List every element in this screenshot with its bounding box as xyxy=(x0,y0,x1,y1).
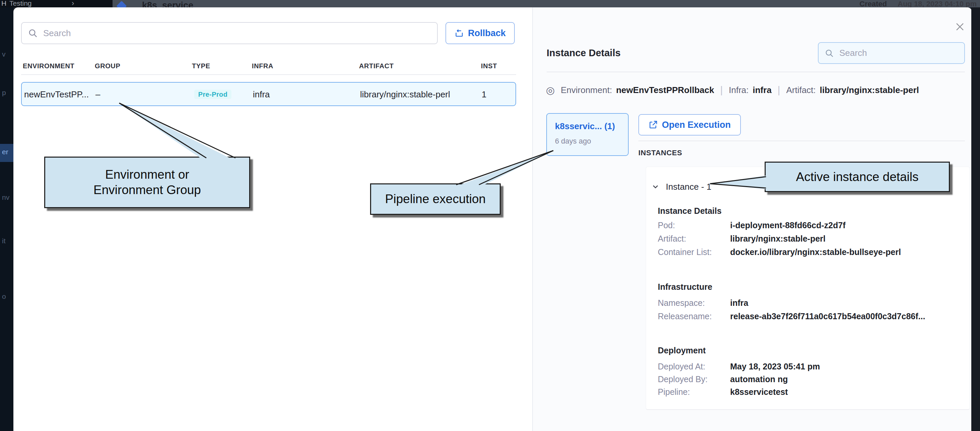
rollback-label: Rollback xyxy=(468,28,506,38)
env-label: Environment: xyxy=(561,85,612,95)
row-group: – xyxy=(95,89,100,100)
row-label: Namespace: xyxy=(658,298,705,308)
row-value: May 18, 2023 05:41 pm xyxy=(730,362,820,371)
app-top-bar: H Testing › k8s_service Created Aug 18, … xyxy=(0,0,980,7)
row-value: i-deployment-88fd66cd-z2d7f xyxy=(730,220,846,230)
search-icon xyxy=(825,49,834,58)
row-label: Artifact: xyxy=(658,234,686,244)
instance-search-input[interactable] xyxy=(838,48,958,59)
callout-env-line2: Environment Group xyxy=(94,182,201,198)
callout-pipeline-execution: Pipeline execution xyxy=(370,183,501,215)
open-execution-label: Open Execution xyxy=(662,120,731,130)
env-value: newEnvTestPPRollback xyxy=(616,85,714,95)
callout-pipeline-text: Pipeline execution xyxy=(385,192,486,207)
row-artifact: library/nginx:stable-perl xyxy=(360,89,450,100)
sidebar-fragment: nv xyxy=(2,193,10,201)
artifact-label: Artifact: xyxy=(786,85,816,95)
breadcrumb-chevron-icon: › xyxy=(72,0,74,7)
execution-name: k8sservic... (1) xyxy=(555,121,628,132)
row-label: Deployed At: xyxy=(658,362,705,371)
row-inst: 1 xyxy=(482,89,486,100)
row-label: Pod: xyxy=(658,220,675,230)
execution-time: 6 days ago xyxy=(555,137,628,146)
col-header-inst: INST xyxy=(481,62,497,70)
sidebar-fragment: o xyxy=(2,293,6,301)
table-header-divider xyxy=(21,74,516,75)
row-value: library/nginx:stable-perl xyxy=(730,234,826,244)
panel-title: Instance Details xyxy=(547,48,620,59)
sidebar-fragment: p xyxy=(2,89,6,97)
close-icon xyxy=(954,21,966,32)
instance-search-input-wrap xyxy=(818,42,965,64)
app-sidebar-strip: v p er nv it o xyxy=(0,7,13,431)
artifact-value: library/nginx:stable-perl xyxy=(820,85,919,95)
row-value: release-ab3e7f26f711a0c617b54ea00f0c3d7c… xyxy=(730,312,925,321)
callout-env-line1: Environment or xyxy=(105,167,189,182)
row-label: Deployed By: xyxy=(658,374,708,384)
environment-icon: ◎ xyxy=(546,84,555,96)
pipeline-execution-card[interactable]: k8sservic... (1) 6 days ago xyxy=(546,113,628,156)
close-button[interactable] xyxy=(953,20,967,33)
col-header-environment: ENVIRONMENT xyxy=(23,62,74,70)
deployment-summary-line: ◎ Environment: newEnvTestPPRollback | In… xyxy=(546,84,919,97)
sidebar-fragment: it xyxy=(2,237,6,245)
separator: | xyxy=(718,84,725,96)
environment-search-input-wrap xyxy=(21,22,438,44)
callout-environment: Environment or Environment Group xyxy=(44,157,250,208)
breadcrumb-prefix: H xyxy=(2,0,6,7)
col-header-artifact: ARTIFACT xyxy=(359,62,394,70)
col-header-group: GROUP xyxy=(95,62,120,70)
panel-title-divider xyxy=(547,71,965,72)
rollback-icon xyxy=(455,29,464,38)
separator: | xyxy=(776,84,783,96)
app-breadcrumb-area: H Testing › xyxy=(0,0,113,7)
col-header-type: TYPE xyxy=(192,62,210,70)
executions-divider xyxy=(638,141,965,141)
service-icon xyxy=(116,1,127,7)
row-label: Pipeline: xyxy=(658,387,690,397)
row-label: Releasename: xyxy=(658,312,712,321)
rollback-button[interactable]: Rollback xyxy=(445,22,515,44)
breadcrumb: Testing xyxy=(10,0,32,7)
row-value: automation ng xyxy=(730,374,788,384)
row-value: infra xyxy=(730,298,748,308)
instances-section-label: INSTANCES xyxy=(638,149,682,157)
section-heading: Deployment xyxy=(658,345,706,355)
row-label: Container List: xyxy=(658,247,712,257)
callout-active-text: Active instance details xyxy=(796,170,918,185)
page-right-edge xyxy=(971,7,980,431)
instance-expander-row[interactable]: Instance - 1 xyxy=(651,181,711,193)
row-infra: infra xyxy=(253,89,270,100)
row-value: docker.io/library/nginx:stable-bullseye-… xyxy=(730,247,901,257)
sidebar-fragment: er xyxy=(2,148,8,156)
instance-title: Instance - 1 xyxy=(666,182,711,192)
sidebar-fragment: v xyxy=(2,50,6,58)
environment-search-input[interactable] xyxy=(43,28,431,39)
col-header-infra: INFRA xyxy=(252,62,273,70)
service-title: k8s_service xyxy=(142,0,193,7)
row-environment: newEnvTestPP... xyxy=(24,89,89,100)
infra-value: infra xyxy=(752,85,772,95)
pre-prod-badge: Pre-Prod xyxy=(194,90,231,99)
search-icon xyxy=(28,28,38,38)
external-link-icon xyxy=(648,120,658,130)
row-value: k8sservicetest xyxy=(730,387,788,397)
section-heading: Infrastructure xyxy=(658,282,713,292)
callout-active-instance: Active instance details xyxy=(765,162,950,192)
created-value: Aug 18, 2023 04:10 pm xyxy=(897,0,977,7)
open-execution-button[interactable]: Open Execution xyxy=(638,114,741,136)
chevron-down-icon xyxy=(651,182,660,191)
created-label: Created xyxy=(859,0,887,7)
section-heading: Instance Details xyxy=(658,206,721,216)
infra-label: Infra: xyxy=(729,85,749,95)
